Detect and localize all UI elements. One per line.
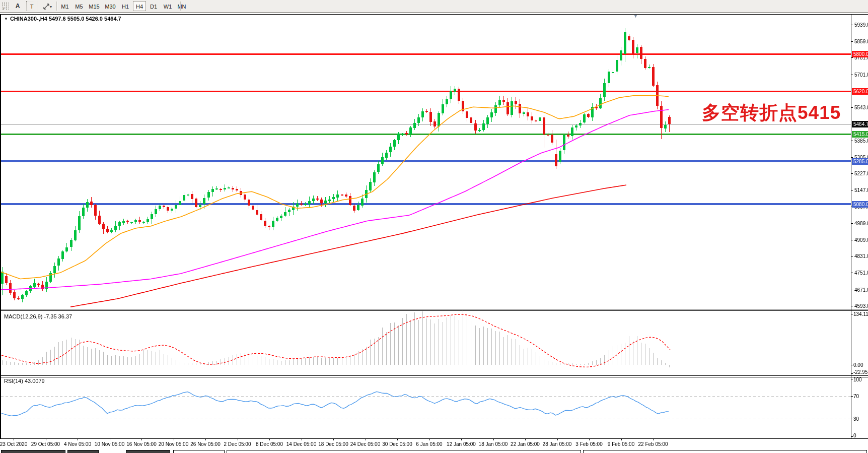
price-level-badge: 5415.0 [852,131,868,138]
date-tick-label: 24 Dec 05:00 [350,441,381,447]
date-tick-label: 10 Nov 05:00 [95,441,125,447]
scroll-marker-icon[interactable]: ▼ [633,14,638,19]
price-tick-label: 4989.0 [854,221,868,226]
window-tab-top[interactable] [583,450,867,453]
window-tab-top[interactable] [1,450,65,453]
timeframe-button-m1[interactable]: M1 [58,1,71,11]
symbol-title: ▼CHINA300-,H4 5497.6 5505.0 5426.0 5464.… [4,16,121,22]
price-level-badge: 5464.7 [852,121,868,127]
timeframe-button-m15[interactable]: M15 [87,1,102,11]
chart-canvas[interactable] [0,13,868,450]
date-tick-label: 22 Feb 05:00 [638,441,668,447]
toolbar-separator-2 [180,2,181,11]
price-level-badge: 5620.0 [852,88,868,95]
price-tick-label: 5543.0 [854,105,868,110]
toolbar-grip-label: F [3,7,6,11]
symbol-dropdown-icon[interactable]: ▼ [4,17,8,21]
price-tick-label: 5147.0 [854,187,868,193]
price-level-badge: 5800.0 [852,51,868,57]
macd-indicator-label: MACD(12,26,9) -7.35 36.37 [4,313,72,319]
rsi-tick-label: 30 [853,416,859,422]
macd-tick-label: -22.95 [853,369,867,375]
price-tick-label: 4909.0 [854,237,868,243]
price-tick-label: 5859.0 [854,39,868,44]
date-tick-label: 18 Jan 05:00 [479,441,508,447]
date-tick-label: 14 Dec 05:00 [286,441,317,447]
price-level-badge: 5285.0 [852,158,868,165]
date-tick-label: 29 Oct 05:00 [31,441,60,447]
date-tick-label: 4 Nov 05:00 [64,441,91,447]
toolbar-separator [56,2,57,11]
window-tab-top[interactable] [126,450,170,453]
date-tick-label: 28 Jan 05:00 [543,441,572,447]
macd-tick-label: 134.11 [853,311,868,317]
date-tick-label: 23 Oct 2020 [0,441,27,447]
arrows-tool-button[interactable]: ▾ [40,1,54,11]
timeframe-button-m30[interactable]: M30 [103,1,118,11]
date-tick-label: 26 Nov 05:00 [190,441,221,447]
timeframe-button-h1[interactable]: H1 [119,1,132,11]
timeframe-button-d1[interactable]: D1 [147,1,160,11]
price-level-badge: 5080.0 [852,201,868,208]
window-tab-top[interactable] [173,450,225,453]
price-tick-label: 4751.0 [854,270,868,276]
date-tick-label: 9 Feb 05:00 [608,441,634,447]
date-tick-label: 18 Dec 05:00 [318,441,348,447]
chart-window: ▼CHINA300-,H4 5497.6 5505.0 5426.0 5464.… [0,13,868,450]
date-tick-label: 12 Jan 05:00 [447,441,476,447]
date-tick-label: 16 Nov 05:00 [126,441,157,447]
date-tick-label: 3 Feb 05:00 [575,441,602,447]
rsi-tick-label: 0 [853,433,856,438]
date-tick-label: 6 Jan 05:00 [416,441,442,447]
text-label-tool-button[interactable]: A [12,1,23,11]
price-tick-label: 4671.0 [854,287,868,293]
macd-tick-label: 0.00 [853,362,863,368]
price-tick-label: 4593.0 [854,303,868,309]
date-tick-label: 30 Dec 05:00 [382,441,412,447]
date-tick-label: 2 Dec 05:00 [224,441,251,447]
text-tool-button[interactable]: T [26,1,37,11]
date-tick-label: 20 Nov 05:00 [159,441,189,447]
timeframe-button-m5[interactable]: M5 [73,1,86,11]
date-tick-label: 8 Dec 05:00 [256,441,283,447]
price-tick-label: 4831.0 [854,253,868,259]
trading-terminal: F A T ▾ M1M5M15M30H1H4D1W1MN ▼CHINA300-,… [0,0,868,453]
date-tick-label: 22 Jan 05:00 [511,441,540,447]
toolbar: F A T ▾ M1M5M15M30H1H4D1W1MN [0,0,868,13]
symbol-ohlc-text: CHINA300-,H4 5497.6 5505.0 5426.0 5464.7 [10,16,121,22]
price-tick-label: 5385.0 [854,138,868,144]
arrows-tool-caret-icon: ▾ [50,5,52,9]
price-tick-label: 5939.0 [854,22,868,28]
rsi-indicator-label: RSI(14) 43.0079 [4,378,45,384]
arrows-icon [43,3,50,10]
window-tab-top[interactable] [227,450,581,453]
chart-annotation-text: 多空转折点5415 [702,100,841,125]
bottom-window-strip [0,450,868,453]
price-tick-label: 5227.0 [854,171,868,176]
rsi-tick-label: 70 [853,394,859,399]
timeframe-button-w1[interactable]: W1 [161,1,174,11]
rsi-tick-label: 100 [853,377,862,382]
price-tick-label: 5701.0 [854,72,868,78]
timeframe-button-mn[interactable]: MN [175,1,188,11]
window-tab-top[interactable] [67,450,99,453]
timeframe-button-h4[interactable]: H4 [133,1,146,11]
